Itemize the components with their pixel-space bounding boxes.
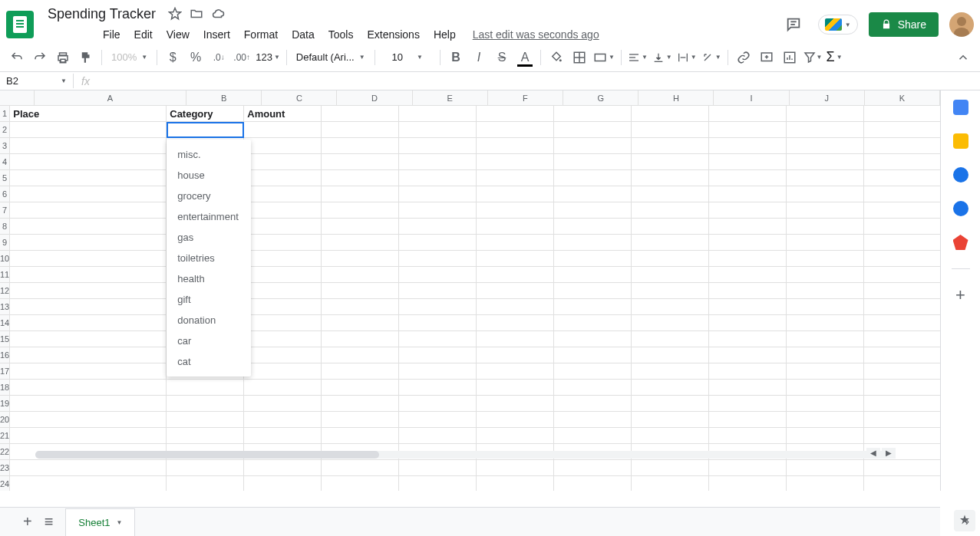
cell[interactable] <box>322 315 399 331</box>
cell[interactable] <box>554 154 632 170</box>
cell[interactable] <box>632 380 709 396</box>
cell[interactable] <box>709 347 787 363</box>
cell[interactable] <box>477 186 554 202</box>
menu-insert[interactable]: Insert <box>197 25 236 44</box>
column-header[interactable]: G <box>563 90 638 105</box>
merge-cells-button[interactable]: ▼ <box>592 49 616 66</box>
insert-comment-button[interactable] <box>756 47 777 68</box>
row-header[interactable]: 16 <box>0 347 10 363</box>
cell[interactable] <box>167 476 244 491</box>
cell[interactable] <box>787 460 864 476</box>
cell[interactable] <box>322 106 399 122</box>
cell[interactable] <box>477 219 554 235</box>
select-all-corner[interactable] <box>0 90 35 105</box>
row-header[interactable]: 11 <box>0 267 10 283</box>
cell[interactable] <box>554 235 632 251</box>
cell[interactable] <box>632 331 709 347</box>
cell[interactable] <box>709 412 787 428</box>
cell[interactable] <box>10 154 167 170</box>
font-family-select[interactable]: Default (Ari...▼ <box>292 48 370 66</box>
cell[interactable] <box>10 251 167 267</box>
cell[interactable] <box>477 202 554 219</box>
cell[interactable] <box>399 315 477 331</box>
cell[interactable] <box>787 380 864 396</box>
cell[interactable] <box>244 363 322 380</box>
cloud-status-icon[interactable] <box>211 7 225 21</box>
cell[interactable] <box>709 202 787 219</box>
column-header[interactable]: B <box>186 90 262 105</box>
percent-button[interactable]: % <box>185 47 206 68</box>
cell[interactable] <box>787 476 864 491</box>
cell[interactable] <box>554 428 632 444</box>
cell[interactable] <box>244 267 322 283</box>
cell[interactable] <box>709 315 787 331</box>
cell[interactable] <box>399 154 477 170</box>
cell[interactable] <box>787 396 864 412</box>
cell[interactable] <box>399 122 477 138</box>
dropdown-option[interactable]: car <box>167 330 251 351</box>
cell[interactable] <box>244 138 322 154</box>
cell[interactable] <box>10 219 167 235</box>
cell[interactable] <box>787 363 864 380</box>
cell[interactable] <box>477 235 554 251</box>
cell[interactable] <box>322 202 399 219</box>
cell[interactable] <box>167 460 244 476</box>
row-header[interactable]: 21 <box>0 428 10 444</box>
cell[interactable] <box>554 267 632 283</box>
cell[interactable] <box>322 186 399 202</box>
column-header[interactable]: I <box>714 90 789 105</box>
cell[interactable] <box>554 283 632 299</box>
row-header[interactable]: 14 <box>0 315 10 331</box>
horizontal-scrollbar[interactable] <box>35 451 894 459</box>
horizontal-align-button[interactable]: ▼ <box>626 50 649 65</box>
dropdown-option[interactable]: gas <box>167 227 251 248</box>
calendar-icon[interactable] <box>953 100 968 115</box>
cell[interactable] <box>864 299 940 315</box>
cell[interactable] <box>632 154 709 170</box>
cell[interactable] <box>787 154 864 170</box>
cell[interactable] <box>864 267 940 283</box>
insert-link-button[interactable] <box>733 47 754 68</box>
cell[interactable] <box>864 460 940 476</box>
cell[interactable] <box>709 331 787 347</box>
cell[interactable] <box>244 170 322 186</box>
cell[interactable] <box>554 138 632 154</box>
cell[interactable] <box>709 186 787 202</box>
cell[interactable] <box>10 380 167 396</box>
cell[interactable] <box>477 138 554 154</box>
cell[interactable] <box>787 283 864 299</box>
cell[interactable] <box>10 363 167 380</box>
row-header[interactable]: 4 <box>0 154 10 170</box>
cell[interactable] <box>399 186 477 202</box>
menu-file[interactable]: File <box>97 25 127 44</box>
row-header[interactable]: 10 <box>0 251 10 267</box>
cell[interactable] <box>10 202 167 219</box>
cell[interactable] <box>632 186 709 202</box>
cell[interactable] <box>554 186 632 202</box>
menu-edit[interactable]: Edit <box>128 25 159 44</box>
column-header[interactable]: F <box>488 90 563 105</box>
menu-data[interactable]: Data <box>285 25 321 44</box>
cell[interactable] <box>322 170 399 186</box>
row-header[interactable]: 5 <box>0 170 10 186</box>
cell[interactable] <box>709 251 787 267</box>
row-header[interactable]: 20 <box>0 412 10 428</box>
maps-icon[interactable] <box>953 235 968 250</box>
cell[interactable] <box>477 283 554 299</box>
cell[interactable] <box>632 106 709 122</box>
cell[interactable] <box>244 202 322 219</box>
cell[interactable] <box>554 363 632 380</box>
cell[interactable] <box>399 106 477 122</box>
cell[interactable]: Place <box>10 106 167 122</box>
cell[interactable] <box>787 170 864 186</box>
cell[interactable] <box>322 460 399 476</box>
cell[interactable] <box>477 106 554 122</box>
cell[interactable] <box>10 331 167 347</box>
cell[interactable] <box>477 347 554 363</box>
cell[interactable] <box>10 170 167 186</box>
document-title[interactable]: Spending Tracker <box>43 5 160 24</box>
cell[interactable] <box>864 138 940 154</box>
cell[interactable] <box>10 428 167 444</box>
cell[interactable] <box>399 138 477 154</box>
cell[interactable] <box>10 283 167 299</box>
